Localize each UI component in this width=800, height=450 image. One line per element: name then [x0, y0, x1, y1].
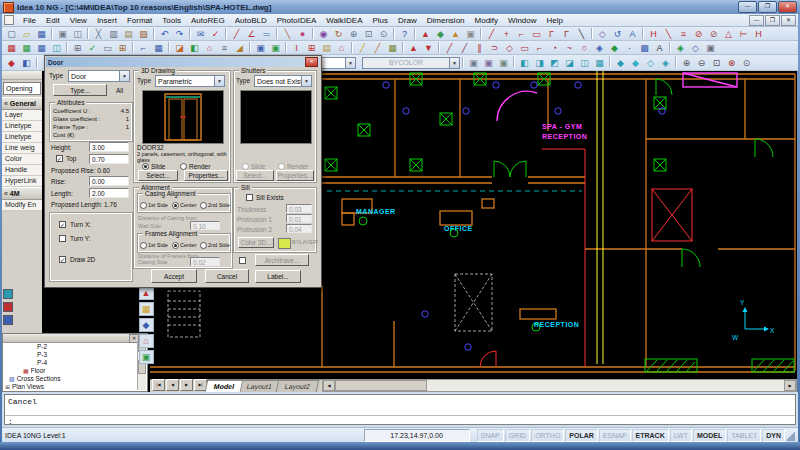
menu-modify[interactable]: Modify	[470, 16, 504, 25]
shade-1-icon[interactable]: ◆	[613, 56, 628, 70]
polygon-tool-icon[interactable]: ◇	[502, 41, 517, 55]
forbid-2-icon[interactable]: ⊘	[706, 27, 721, 41]
zoom-realtime-icon[interactable]: ⊕	[346, 27, 361, 41]
dim-2-icon[interactable]: ◇	[688, 41, 703, 55]
wall-green-icon[interactable]: ▦	[19, 41, 34, 55]
etransmit-icon[interactable]: ✉	[193, 27, 208, 41]
slide-radio[interactable]	[142, 163, 149, 170]
top-checkbox[interactable]: ✓	[56, 155, 63, 162]
warning-tool-icon[interactable]: ▲	[448, 27, 463, 41]
menu-format[interactable]: Format	[122, 16, 157, 25]
menu-help[interactable]: Help	[542, 16, 568, 25]
draw-arc-icon[interactable]: ⌐	[514, 27, 529, 41]
window-tool-icon[interactable]: ◧	[187, 41, 202, 55]
check-standards-icon[interactable]: ✓	[208, 27, 223, 41]
tree-item-p-3[interactable]: P-3	[3, 351, 147, 359]
length-input[interactable]: 2.00	[89, 188, 129, 198]
restore-button[interactable]: ❐	[758, 1, 777, 13]
toggle-ortho[interactable]: ORTHO	[531, 429, 564, 442]
undo-icon[interactable]: ↶	[157, 27, 172, 41]
parallel-tool-icon[interactable]: ∥	[472, 41, 487, 55]
ok-check-icon[interactable]: ✓	[85, 41, 100, 55]
menu-tools[interactable]: Tools	[157, 16, 186, 25]
grid-tool-icon[interactable]: ⊞	[70, 41, 85, 55]
ramp-tool-icon[interactable]: ◢	[232, 41, 247, 55]
edge-teal-icon[interactable]	[3, 289, 13, 299]
mdi-restore-button[interactable]: ❐	[765, 15, 780, 26]
drawing-3d-type-combo[interactable]: Parametric ▼	[155, 75, 225, 87]
menu-walkidea[interactable]: WalkIDEA	[321, 16, 367, 25]
label-button[interactable]: Label...	[255, 270, 301, 283]
tree-item-p-4[interactable]: P-4	[3, 359, 147, 367]
ellipse-tool-icon[interactable]: ○	[577, 41, 592, 55]
strip-photo-icon[interactable]: ▣	[139, 350, 154, 364]
toggle-lwt[interactable]: LWT	[670, 429, 692, 442]
open-file-icon[interactable]: ▱	[19, 27, 34, 41]
grid-2-icon[interactable]: ⊞	[115, 41, 130, 55]
casing-2nd-side-radio[interactable]	[200, 202, 207, 209]
angle-tool-icon[interactable]: ∠	[244, 27, 259, 41]
resize-grip[interactable]	[787, 430, 795, 441]
tri-up-icon[interactable]: ▲	[406, 41, 421, 55]
shade-3-icon[interactable]: ◇	[643, 56, 658, 70]
dialog-close-icon[interactable]: ✕	[305, 57, 318, 67]
shade-2-icon[interactable]: ◆	[628, 56, 643, 70]
tab-model[interactable]: Model	[205, 380, 244, 392]
draw-rect-icon[interactable]: ▭	[529, 27, 544, 41]
toggle-polar[interactable]: POLAR	[565, 429, 598, 442]
sidebar-item-line-weig[interactable]: Line weig	[2, 143, 42, 154]
tri-down-icon[interactable]: ▼	[421, 41, 436, 55]
menu-autobld[interactable]: AutoBLD	[230, 16, 272, 25]
toggle-tablet[interactable]: TABLET	[727, 429, 761, 442]
lock-tool-icon[interactable]: ▣	[463, 27, 478, 41]
zoom-out-icon[interactable]: ⊖	[694, 56, 709, 70]
orbit-icon[interactable]: ↻	[331, 27, 346, 41]
sidebar-item-color[interactable]: Color	[2, 154, 42, 165]
table-blue-icon[interactable]: ▦	[151, 41, 166, 55]
mdi-minimize-button[interactable]: —	[749, 15, 764, 26]
forbid-1-icon[interactable]: ⊘	[691, 27, 706, 41]
plot-3-icon[interactable]: ▣	[496, 56, 511, 70]
toggle-esnap[interactable]: ESNAP	[599, 429, 631, 442]
dialog-title-bar[interactable]: Door ✕	[46, 57, 320, 67]
opening-tool-icon[interactable]: ◫	[49, 41, 64, 55]
menu-window[interactable]: Window	[503, 16, 541, 25]
stair-tool-icon[interactable]: ≡	[217, 41, 232, 55]
cancel-button[interactable]: Cancel	[205, 269, 249, 283]
calc-table-icon[interactable]: ▦	[385, 41, 400, 55]
minimize-button[interactable]: —	[738, 1, 757, 13]
sidebar-item-linetype[interactable]: Linetype	[2, 132, 42, 143]
toggle-model[interactable]: MODEL	[693, 429, 726, 442]
menu-view[interactable]: View	[65, 16, 92, 25]
line-2-icon[interactable]: ╱	[457, 41, 472, 55]
zoom-window-icon[interactable]: ⊡	[361, 27, 376, 41]
turn-y-checkbox[interactable]	[59, 235, 66, 242]
door-type-combo[interactable]: Door ▼	[68, 70, 130, 82]
pen-icon[interactable]: ╲	[574, 27, 589, 41]
menu-dimension[interactable]: Dimension	[422, 16, 470, 25]
view-ne-icon[interactable]: ◩	[547, 56, 562, 70]
stair-tool-r-icon[interactable]: ≡	[676, 27, 691, 41]
make-block-icon[interactable]: ◆	[607, 41, 622, 55]
horizontal-scrollbar[interactable]: ◀ ▶	[322, 379, 797, 392]
column-tool-icon[interactable]: H	[646, 27, 661, 41]
sidebar-section-4m[interactable]: 4M	[2, 187, 42, 200]
sidebar-entity-combo[interactable]: Opening	[3, 82, 41, 95]
line-1-icon[interactable]: ╱	[442, 41, 457, 55]
menu-file[interactable]: File	[18, 16, 41, 25]
brush-icon[interactable]: ╲	[280, 27, 295, 41]
image-tool-icon[interactable]: ▣	[703, 41, 718, 55]
tree-item-p-2[interactable]: P-2	[3, 343, 147, 351]
view-top-icon[interactable]: ◫	[577, 56, 592, 70]
print-icon[interactable]: ▣	[55, 27, 70, 41]
help-icon[interactable]: ?	[397, 27, 412, 41]
sidebar-section-general[interactable]: General	[2, 97, 42, 110]
dim-1-icon[interactable]: ◈	[673, 41, 688, 55]
menu-insert[interactable]: Insert	[92, 16, 122, 25]
door-tool-icon[interactable]: ◪	[172, 41, 187, 55]
corner-blue-icon[interactable]: ⌐	[136, 41, 151, 55]
close-button[interactable]: ✕	[778, 1, 797, 13]
ibeam-tool-icon[interactable]: I	[289, 41, 304, 55]
tree-item-floor[interactable]: ▦Floor	[3, 367, 147, 375]
sidebar-item-handle[interactable]: Handle	[2, 165, 42, 176]
